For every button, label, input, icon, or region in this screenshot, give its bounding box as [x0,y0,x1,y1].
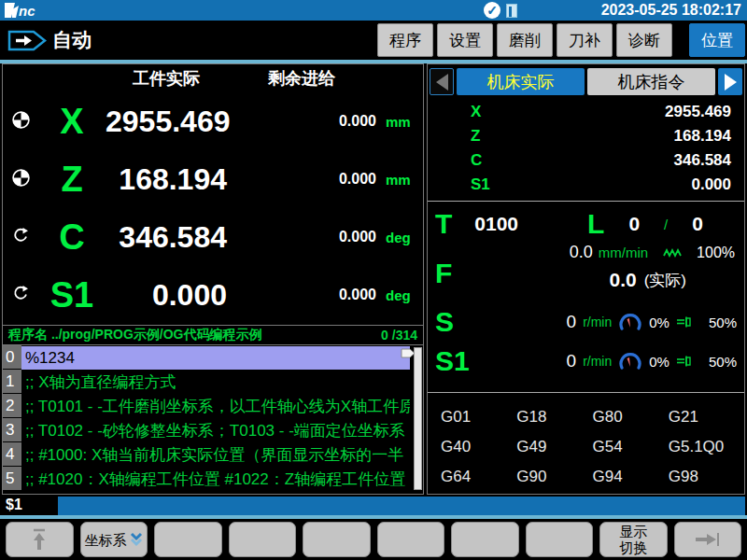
line-number: 1 [3,370,21,393]
line-number: 3 [3,418,21,441]
right-arrow-bar-icon [694,531,722,548]
tab-scroll-left-icon[interactable] [430,68,454,95]
gauge-icon [618,314,642,331]
tool-number: 0100 [474,213,518,235]
axis-name: C [38,219,106,255]
double-chevron-down-icon [130,532,143,547]
softkey-empty[interactable] [377,522,445,557]
machine-axis-value: 346.584 [674,151,731,170]
line-text: ;; T0102 - -砂轮修整坐标系；T0103 - -端面定位坐标系 [21,419,410,442]
datetime: 2023-05-25 18:02:17 [601,0,741,21]
machine-axis-value: 168.194 [674,127,731,146]
softkey-coordinate-system-button[interactable]: 坐标系 [80,522,148,557]
softkey-empty[interactable] [451,522,519,557]
softkey-empty[interactable] [229,522,297,557]
program-listing[interactable]: 0 %1234 1 ;; X轴为直径编程方式 2 ;; T0101 - -工件磨… [3,344,423,492]
gcode-table: G01 G18 G80 G21 G40 G49 G54 G5.1Q0 G64 G… [428,397,744,492]
tab-grinding[interactable]: 磨削 [497,23,553,57]
program-line[interactable]: 1 ;; X轴为直径编程方式 [3,370,423,394]
gauge-icon [618,353,642,371]
tab-tool-comp[interactable]: 刀补 [557,23,613,57]
softkey-label: 显示 切换 [619,524,647,555]
l-separator: / [664,217,668,232]
axis-unit: deg [376,230,423,245]
gcode: G21 [669,408,744,427]
tab-settings[interactable]: 设置 [437,23,493,57]
program-line[interactable]: 4 ;; #1000: X轴当前机床实际位置（界面显示坐标的一半 [3,442,423,467]
softkey-empty[interactable] [154,522,222,557]
divider [428,201,744,202]
line-text: ;; #1020：X轴编程工件位置 #1022：Z轴编程工件位置 [21,468,410,491]
tab-machine-actual[interactable]: 机床实际 [457,68,585,95]
tab-position[interactable]: 位置 [689,23,745,57]
machine-axis-row: X 2955.469 [428,100,744,124]
tab-machine-command[interactable]: 机床指令 [587,68,715,95]
machine-axis-value: 0.000 [691,175,731,194]
axis-row-c: C 346.584 0.000 deg [3,208,423,266]
tab-diagnosis[interactable]: 诊断 [616,23,672,57]
softkey-empty[interactable] [526,522,594,557]
spindle-load-pct: 0% [649,315,669,330]
program-line[interactable]: 5 ;; #1020：X轴编程工件位置 #1022：Z轴编程工件位置 [3,467,423,491]
program-panel: 程序名 ../prog/PROG示例/OG代码编程示例 0 /314 0 %12… [2,325,424,495]
l-label: L [587,210,604,238]
machine-axis-name: X [471,103,481,121]
spindle-unit: r/min [583,354,612,369]
machine-status-panel: 机床实际 机床指令 X 2955.469 Z 168.194 C 346.584… [427,63,745,495]
gcode: G94 [593,468,669,486]
program-line-counter: 0 /314 [381,328,417,343]
softkey-display-switch-button[interactable]: 显示 切换 [599,522,668,557]
machine-axis-name: S1 [471,175,490,194]
machine-axis-row: S1 0.000 [428,173,744,197]
softkey-next-menu-button[interactable] [674,522,742,557]
program-line[interactable]: 2 ;; T0101 - -工件磨削坐标系，以工件轴心线为X轴工件原 [3,394,423,418]
line-text: ;; X轴为直径编程方式 [21,371,410,394]
nav-tabs: 程序 设置 磨削 刀补 诊断 位置 [377,23,745,57]
softkey-return-button[interactable] [6,522,74,557]
feed-actual-label: (实际) [644,270,686,291]
machine-axis-value: 2955.469 [665,103,731,121]
storage-icon [506,4,517,18]
line-number: 4 [3,442,21,466]
header-workpiece-actual: 工件实际 [106,67,227,90]
gcode: G40 [441,438,516,456]
axis-unit: mm [376,172,423,188]
machine-axis-name: Z [471,127,480,146]
feed-override-pct: 100% [697,245,735,261]
axis-unit: mm [376,114,423,130]
gcode: G64 [441,468,516,486]
line-number: 5 [3,467,21,490]
axis-value: 2955.469 [106,105,227,139]
spindle-load-pct: 0% [649,354,669,370]
softkey-empty[interactable] [303,522,371,557]
tab-program[interactable]: 程序 [377,23,433,57]
axis-row-s1: S1 0.000 0.000 deg [3,266,423,324]
scroll-marker-icon[interactable] [401,347,416,359]
tool-label: T [435,210,452,238]
datum-icon [3,110,38,133]
l-value-2: 0 [692,213,703,235]
mode-label: 自动 [52,27,92,53]
program-line[interactable]: 3 ;; T0102 - -砂轮修整坐标系；T0103 - -端面定位坐标系 [3,418,423,442]
header-remaining-feed: 剩余进给 [227,67,376,90]
program-scrollbar[interactable] [414,347,422,490]
axis-row-x: X 2955.469 0.000 mm [3,92,423,150]
feed-block: F 0.0 mm/min 100% 0.0 (实际) [428,239,744,304]
line-text: ;; T0101 - -工件磨削坐标系，以工件轴心线为X轴工件原 [21,395,410,418]
program-line[interactable]: 0 %1234 [3,345,423,370]
command-bar: $1 [0,497,747,515]
up-arrow-icon [30,527,49,552]
feed-label: F [435,259,452,287]
rotate-icon [3,227,38,247]
axis-value: 346.584 [106,220,227,255]
axis-name: X [38,104,106,139]
machine-axis-row: C 346.584 [428,148,744,173]
toolbar: 自动 程序 设置 磨削 刀补 诊断 位置 [0,21,747,60]
tab-scroll-right-icon[interactable] [718,68,742,95]
feed-actual-value: 0.0 [609,269,636,291]
spindle-row: S 0 r/min 0% 50% [428,304,744,343]
spindle-max-pct: 50% [709,315,737,330]
l-value-1: 0 [628,213,640,235]
spindle-label: S [435,308,454,336]
command-input[interactable] [58,497,745,515]
